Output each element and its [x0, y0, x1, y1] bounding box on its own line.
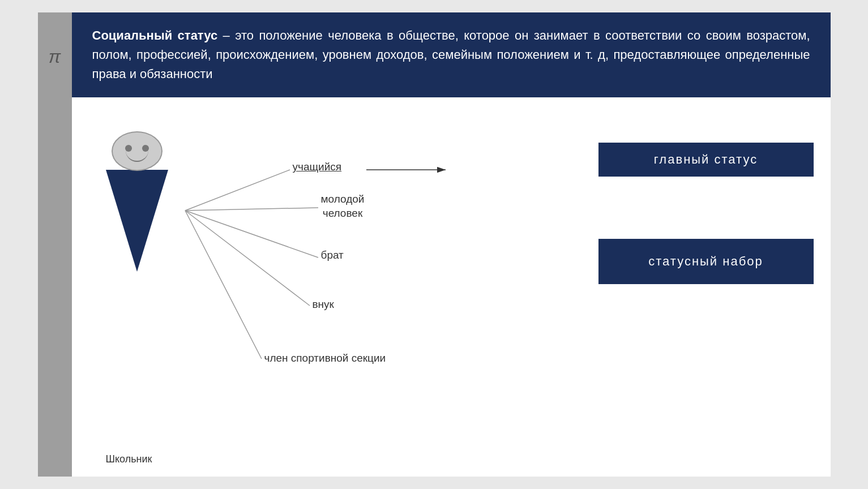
slide: π Социальный статус – это положение чело… [38, 12, 831, 477]
statusny-nabor-text: статусный набор [648, 254, 763, 269]
schoolboy-label: Школьник [106, 453, 152, 465]
status-chlen-sektsii: член спортивной секции [264, 352, 386, 364]
definition-term: Социальный статус [92, 28, 218, 42]
left-sidebar: π [38, 12, 72, 477]
glavny-status-text: главный статус [654, 152, 758, 167]
status-vnuk: внук [313, 298, 334, 311]
glavny-status-box: главный статус [598, 143, 814, 177]
status-brat: брат [321, 249, 344, 261]
svg-line-4 [185, 211, 318, 258]
svg-line-6 [185, 211, 262, 359]
pi-icon: π [49, 46, 61, 67]
svg-line-3 [185, 208, 318, 211]
status-uchashhiysya: учащийся [293, 161, 342, 173]
svg-line-0 [185, 170, 290, 211]
statusny-nabor-box: статусный набор [598, 239, 814, 284]
content-area: учащийся молодой человек брат внук член … [72, 97, 831, 477]
svg-line-5 [185, 211, 310, 306]
definition-box: Социальный статус – это положение челове… [72, 12, 831, 97]
status-molodoy-chelovek: молодой человек [321, 192, 365, 220]
